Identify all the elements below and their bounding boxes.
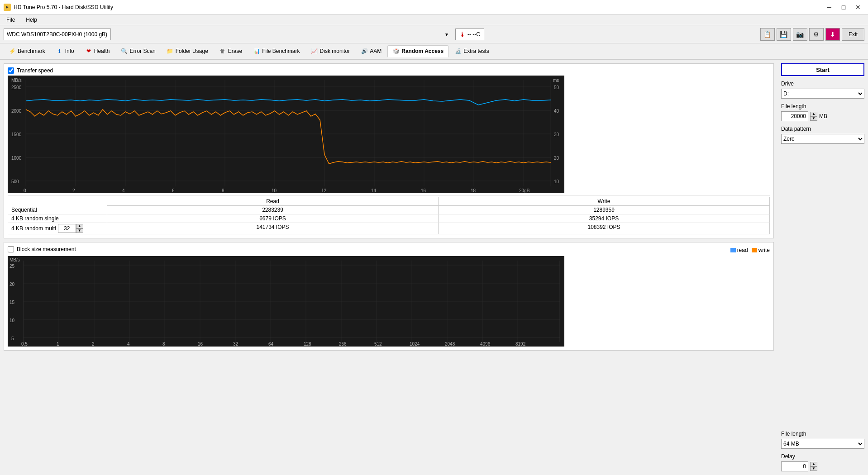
tab-extra-tests[interactable]: 🔬 Extra tests: [449, 45, 494, 57]
svg-text:50: 50: [554, 85, 559, 90]
svg-text:MB/s: MB/s: [10, 257, 20, 262]
tab-erase[interactable]: 🗑 Erase: [214, 45, 247, 57]
tab-aam[interactable]: 🔊 AAM: [356, 45, 386, 57]
maximize-button[interactable]: □: [837, 3, 850, 12]
chart2-legend: read write: [730, 247, 770, 253]
svg-text:10: 10: [272, 188, 277, 193]
stats-row-4kb-single: 4 KB random single 6679 IOPS 35294 IOPS: [8, 214, 770, 223]
svg-text:2: 2: [72, 188, 75, 193]
file-length-input[interactable]: [781, 111, 808, 121]
file-length-down-button[interactable]: ▼: [810, 116, 817, 121]
chart2-header-row: Block size measurement read write: [8, 246, 770, 254]
legend-read-color: [730, 248, 736, 252]
bottom-file-length-selector[interactable]: 64 MB128 MB256 MB: [781, 439, 864, 449]
chart1-svg: MB/s 2500 2000 1500 1000 500 ms 50 40 30…: [8, 76, 564, 193]
menu-help[interactable]: Help: [23, 16, 40, 24]
bottom-file-length-label: File length: [781, 431, 864, 437]
menu-file[interactable]: File: [4, 16, 18, 24]
diskbar: WDC WDS100T2B0C-00PXH0 (1000 gB) 🌡 -- --…: [0, 25, 868, 43]
svg-text:256: 256: [339, 342, 347, 347]
tabbar: ⚡ Benchmark ℹ Info ❤ Health 🔍 Error Scan…: [0, 43, 868, 60]
stats-4kb-multi-label: 4 KB random multi ▲ ▼: [8, 223, 107, 234]
close-button[interactable]: ✕: [852, 3, 864, 12]
temperature-display: 🌡 -- --C: [455, 28, 484, 40]
tab-folder-usage[interactable]: 📁 Folder Usage: [162, 45, 213, 57]
titlebar-controls: ─ □ ✕: [823, 3, 864, 12]
tab-random-access[interactable]: 🎲 Random Access: [387, 45, 448, 57]
tab-erase-label: Erase: [228, 48, 242, 54]
data-pattern-selector[interactable]: ZeroRandomSequential: [781, 134, 864, 144]
tab-error-scan[interactable]: 🔍 Error Scan: [115, 45, 160, 57]
file-length-unit: MB: [819, 113, 827, 119]
window-title: HD Tune Pro 5.70 - Hard Disk/SSD Utility: [14, 4, 113, 10]
legend-write-label: write: [758, 247, 770, 253]
titlebar: ▶ HD Tune Pro 5.70 - Hard Disk/SSD Utili…: [0, 0, 868, 14]
svg-rect-0: [8, 76, 564, 193]
stats-4kb-single-write: 35294 IOPS: [439, 214, 770, 223]
exit-button[interactable]: Exit: [842, 28, 864, 41]
transfer-speed-checkbox[interactable]: [8, 67, 14, 74]
svg-text:1: 1: [57, 342, 59, 347]
svg-text:20gB: 20gB: [519, 188, 530, 193]
tab-disk-monitor-label: Disk monitor: [320, 48, 350, 54]
drive-selector[interactable]: C:D:E:: [781, 89, 864, 99]
disk-selector[interactable]: WDC WDS100T2B0C-00PXH0 (1000 gB): [4, 28, 111, 40]
extra-tests-icon: 🔬: [454, 48, 462, 55]
svg-text:2: 2: [92, 342, 95, 347]
tab-info[interactable]: ℹ Info: [51, 45, 79, 57]
stats-table: Read Write Sequential 2283239 1289359 4 …: [8, 195, 770, 234]
svg-text:1500: 1500: [11, 132, 22, 137]
delay-input[interactable]: [781, 461, 808, 471]
stepper-up-button[interactable]: ▲: [76, 224, 83, 228]
save-icon-btn[interactable]: 💾: [777, 28, 791, 41]
svg-text:5: 5: [11, 336, 14, 341]
multi-stepper-input[interactable]: [58, 224, 76, 233]
lower-chart-panel: Block size measurement read write: [4, 242, 774, 351]
tab-benchmark-label: Benchmark: [18, 48, 45, 54]
svg-text:16: 16: [198, 342, 203, 347]
screenshot-icon-btn[interactable]: 📷: [793, 28, 807, 41]
stats-col-write: Write: [439, 197, 770, 206]
svg-text:MB/s: MB/s: [11, 78, 22, 83]
svg-text:18: 18: [471, 188, 476, 193]
tab-file-benchmark[interactable]: 📊 File Benchmark: [248, 45, 305, 57]
legend-read-label: read: [737, 247, 748, 253]
tab-health[interactable]: ❤ Health: [80, 45, 115, 57]
tab-file-benchmark-label: File Benchmark: [262, 48, 300, 54]
tab-random-access-label: Random Access: [401, 48, 444, 54]
tab-info-label: Info: [65, 48, 74, 54]
delay-section: Delay ▲ ▼: [781, 453, 864, 471]
tab-error-scan-label: Error Scan: [129, 48, 155, 54]
svg-text:25: 25: [10, 264, 15, 269]
svg-text:10: 10: [10, 318, 15, 323]
tab-disk-monitor[interactable]: 📈 Disk monitor: [306, 45, 355, 57]
delay-down-button[interactable]: ▼: [810, 466, 817, 471]
svg-text:6: 6: [172, 188, 175, 193]
chart1-area: MB/s 2500 2000 1500 1000 500 ms 50 40 30…: [8, 76, 770, 193]
svg-text:500: 500: [11, 179, 19, 184]
stepper-down-button[interactable]: ▼: [76, 228, 83, 233]
svg-text:2048: 2048: [445, 342, 455, 347]
tab-benchmark[interactable]: ⚡ Benchmark: [4, 45, 50, 57]
delay-up-button[interactable]: ▲: [810, 462, 817, 466]
minimize-button[interactable]: ─: [823, 3, 835, 12]
copy-icon-btn[interactable]: 📋: [760, 28, 775, 41]
main-content: Transfer speed MB/s 2500 2000 1500 1000 …: [0, 60, 868, 475]
download-icon-btn[interactable]: ⬇: [825, 28, 840, 41]
delay-input-row: ▲ ▼: [781, 461, 864, 471]
svg-text:2000: 2000: [11, 109, 22, 114]
delay-label: Delay: [781, 453, 864, 460]
data-pattern-label: Data pattern: [781, 126, 864, 132]
svg-text:8: 8: [162, 342, 165, 347]
file-length-section: File length ▲ ▼ MB: [781, 103, 864, 121]
aam-icon: 🔊: [361, 48, 368, 55]
legend-write-color: [752, 248, 757, 252]
drive-section: Drive C:D:E:: [781, 81, 864, 99]
block-size-checkbox[interactable]: [8, 246, 14, 252]
svg-text:1024: 1024: [410, 342, 420, 347]
tab-health-label: Health: [94, 48, 110, 54]
file-length-up-button[interactable]: ▲: [810, 112, 817, 116]
disk-selector-wrapper: WDC WDS100T2B0C-00PXH0 (1000 gB): [4, 28, 452, 40]
settings-icon-btn[interactable]: ⚙: [809, 28, 824, 41]
start-button[interactable]: Start: [781, 63, 864, 76]
